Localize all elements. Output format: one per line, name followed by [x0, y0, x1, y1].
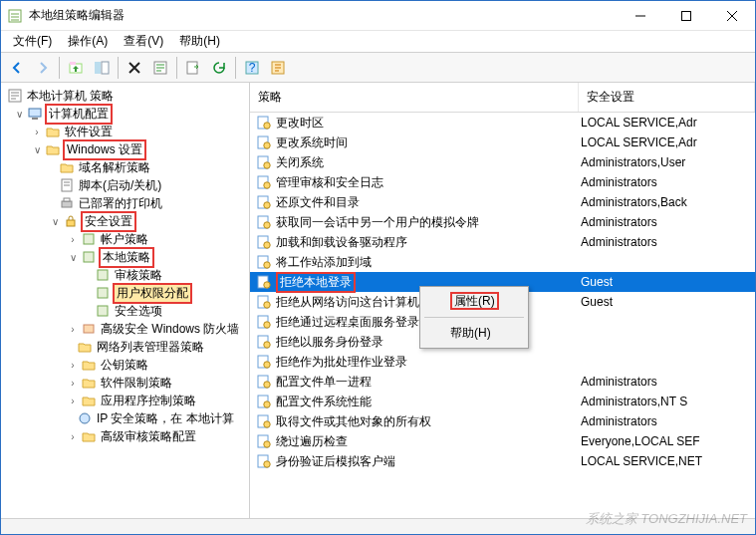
policy-folder-icon: [95, 285, 111, 301]
expand-icon[interactable]: ›: [31, 127, 43, 137]
delete-button[interactable]: [123, 56, 146, 80]
policy-name: 管理审核和安全日志: [276, 174, 383, 191]
show-hide-tree-button[interactable]: [90, 56, 114, 80]
expand-icon[interactable]: ›: [67, 396, 79, 406]
tree-security-options[interactable]: 安全选项: [1, 302, 249, 320]
tree-label: 安全选项: [113, 303, 164, 320]
policy-setting: Administrators: [579, 175, 755, 189]
svg-point-54: [264, 401, 270, 407]
list-row[interactable]: 还原文件和目录Administrators,Back: [250, 192, 755, 212]
tree-label: 高级审核策略配置: [99, 428, 198, 445]
filter-button[interactable]: [266, 56, 290, 80]
back-button[interactable]: [5, 56, 29, 80]
tree-audit-policy[interactable]: 审核策略: [1, 266, 249, 284]
tree-pubkey[interactable]: › 公钥策略: [1, 356, 249, 374]
list-row[interactable]: 拒绝作为批处理作业登录: [250, 352, 755, 372]
tree-local-policies[interactable]: ∨ 本地策略: [1, 248, 249, 266]
tree-dns-policy[interactable]: 域名解析策略: [1, 158, 249, 176]
tree-wfas[interactable]: › 高级安全 Windows 防火墙: [1, 320, 249, 338]
list-row[interactable]: 关闭系统Administrators,User: [250, 152, 755, 172]
tree-label: 本地策略: [99, 247, 154, 268]
expand-icon[interactable]: ›: [67, 234, 79, 245]
collapse-icon[interactable]: ∨: [67, 252, 79, 263]
folder-icon: [45, 141, 61, 157]
toolbar-separator: [235, 57, 236, 79]
list-row[interactable]: 管理审核和安全日志Administrators: [250, 172, 755, 192]
menu-action[interactable]: 操作(A): [60, 31, 116, 52]
export-button[interactable]: [181, 56, 205, 80]
list-row[interactable]: 配置文件系统性能Administrators,NT S: [250, 392, 755, 411]
tree-srp[interactable]: › 软件限制策略: [1, 374, 249, 392]
policy-folder-icon: [81, 249, 97, 265]
expand-icon[interactable]: ›: [67, 324, 79, 335]
tree-user-rights[interactable]: 用户权限分配: [1, 284, 249, 302]
menu-help[interactable]: 帮助(H): [171, 31, 228, 52]
policy-name: 绕过遍历检查: [276, 433, 348, 450]
tree-advaudit[interactable]: › 高级审核策略配置: [1, 427, 249, 445]
collapse-icon[interactable]: ∨: [49, 216, 61, 227]
policy-setting: LOCAL SERVICE,NET: [579, 454, 755, 468]
collapse-icon[interactable]: ∨: [13, 109, 25, 120]
policy-name: 关闭系统: [276, 154, 324, 171]
policy-name: 配置文件单一进程: [276, 374, 372, 391]
list-row[interactable]: 将工作站添加到域: [250, 252, 755, 272]
collapse-icon[interactable]: ∨: [31, 144, 43, 155]
up-button[interactable]: [64, 56, 88, 80]
list-row[interactable]: 更改系统时间LOCAL SERVICE,Adr: [250, 133, 755, 152]
minimize-button[interactable]: [618, 1, 663, 31]
context-properties[interactable]: 属性(R): [422, 289, 526, 314]
list-row[interactable]: 身份验证后模拟客户端LOCAL SERVICE,NET: [250, 451, 755, 471]
tree-computer-config[interactable]: ∨ 计算机配置: [1, 105, 249, 123]
maximize-button[interactable]: [663, 1, 709, 31]
svg-point-34: [264, 202, 270, 208]
tree-label: 应用程序控制策略: [99, 393, 198, 409]
tree-printers[interactable]: 已部署的打印机: [1, 194, 249, 212]
column-setting[interactable]: 安全设置: [579, 83, 755, 112]
policy-name: 拒绝通过远程桌面服务登录: [276, 314, 419, 331]
tree-label: 域名解析策略: [77, 159, 152, 176]
list-body[interactable]: 更改时区LOCAL SERVICE,Adr更改系统时间LOCAL SERVICE…: [250, 113, 755, 518]
menu-separator: [424, 317, 524, 318]
list-row[interactable]: 获取同一会话中另一个用户的模拟令牌Administrators: [250, 212, 755, 232]
tree-software-settings[interactable]: › 软件设置: [1, 123, 249, 140]
list-row[interactable]: 加载和卸载设备驱动程序Administrators: [250, 232, 755, 252]
policy-setting: LOCAL SERVICE,Adr: [579, 116, 755, 130]
svg-point-44: [264, 302, 270, 308]
policy-name: 拒绝以服务身份登录: [276, 334, 383, 351]
tree-label: 公钥策略: [99, 357, 150, 374]
list-row[interactable]: 取得文件或其他对象的所有权Administrators: [250, 411, 755, 431]
tree-view[interactable]: 本地计算机 策略 ∨ 计算机配置 › 软件设置 ∨ Windows 设置 域名解…: [1, 83, 250, 518]
tree-security-settings[interactable]: ∨ 安全设置: [1, 212, 249, 230]
tree-appctrl[interactable]: › 应用程序控制策略: [1, 392, 249, 409]
expand-icon[interactable]: ›: [67, 378, 79, 389]
svg-point-24: [80, 413, 90, 423]
tree-label: 本地计算机 策略: [25, 88, 116, 105]
help-button[interactable]: ?: [240, 56, 264, 80]
window-controls: [618, 1, 755, 31]
tree-scripts[interactable]: 脚本(启动/关机): [1, 176, 249, 194]
forward-button[interactable]: [31, 56, 55, 80]
tree-ipsec[interactable]: IP 安全策略，在 本地计算: [1, 409, 249, 427]
column-policy[interactable]: 策略: [250, 83, 579, 112]
tree-nlp[interactable]: 网络列表管理器策略: [1, 338, 249, 356]
tree-account-policy[interactable]: › 帐户策略: [1, 230, 249, 248]
context-help[interactable]: 帮助(H): [422, 321, 526, 346]
svg-point-38: [264, 242, 270, 248]
list-row[interactable]: 配置文件单一进程Administrators: [250, 372, 755, 392]
list-row[interactable]: 绕过遍历检查Everyone,LOCAL SEF: [250, 431, 755, 451]
menu-view[interactable]: 查看(V): [116, 31, 171, 52]
close-button[interactable]: [709, 1, 755, 31]
policy-name: 拒绝从网络访问这台计算机: [276, 294, 419, 311]
list-row[interactable]: 更改时区LOCAL SERVICE,Adr: [250, 113, 755, 133]
tree-windows-settings[interactable]: ∨ Windows 设置: [1, 140, 249, 158]
tree-label: 网络列表管理器策略: [95, 339, 206, 356]
tree-label: 软件限制策略: [99, 375, 174, 392]
tree-root[interactable]: 本地计算机 策略: [1, 87, 249, 105]
script-icon: [59, 177, 75, 193]
expand-icon[interactable]: ›: [67, 360, 79, 371]
properties-button[interactable]: [148, 56, 172, 80]
refresh-button[interactable]: [207, 56, 231, 80]
menu-file[interactable]: 文件(F): [5, 31, 60, 52]
expand-icon[interactable]: ›: [67, 431, 79, 442]
list-header: 策略 安全设置: [250, 83, 755, 113]
